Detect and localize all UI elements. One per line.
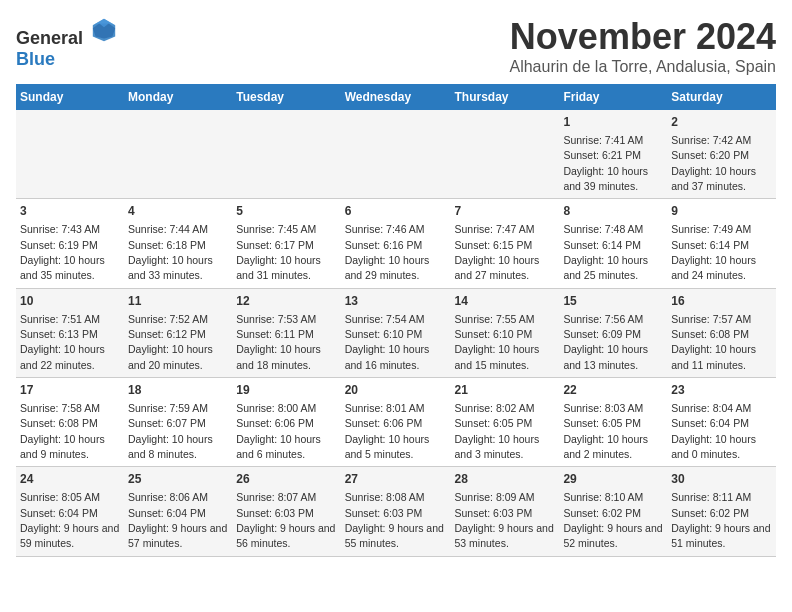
day-number: 27 bbox=[345, 471, 447, 488]
logo-general: General bbox=[16, 28, 83, 48]
col-header-thursday: Thursday bbox=[451, 84, 560, 110]
day-number: 14 bbox=[455, 293, 556, 310]
header: General Blue November 2024 Alhaurin de l… bbox=[16, 16, 776, 76]
day-cell bbox=[341, 110, 451, 199]
day-info: Sunrise: 7:46 AM Sunset: 6:16 PM Dayligh… bbox=[345, 223, 430, 281]
day-number: 7 bbox=[455, 203, 556, 220]
day-cell bbox=[451, 110, 560, 199]
logo-icon bbox=[90, 16, 118, 44]
day-info: Sunrise: 8:01 AM Sunset: 6:06 PM Dayligh… bbox=[345, 402, 430, 460]
day-number: 12 bbox=[236, 293, 336, 310]
day-number: 18 bbox=[128, 382, 228, 399]
day-info: Sunrise: 8:09 AM Sunset: 6:03 PM Dayligh… bbox=[455, 491, 554, 549]
day-cell: 16Sunrise: 7:57 AM Sunset: 6:08 PM Dayli… bbox=[667, 288, 776, 377]
day-cell: 13Sunrise: 7:54 AM Sunset: 6:10 PM Dayli… bbox=[341, 288, 451, 377]
day-info: Sunrise: 8:08 AM Sunset: 6:03 PM Dayligh… bbox=[345, 491, 444, 549]
day-number: 24 bbox=[20, 471, 120, 488]
day-cell: 4Sunrise: 7:44 AM Sunset: 6:18 PM Daylig… bbox=[124, 199, 232, 288]
location-title: Alhaurin de la Torre, Andalusia, Spain bbox=[509, 58, 776, 76]
day-cell: 28Sunrise: 8:09 AM Sunset: 6:03 PM Dayli… bbox=[451, 467, 560, 556]
col-header-tuesday: Tuesday bbox=[232, 84, 340, 110]
day-cell: 25Sunrise: 8:06 AM Sunset: 6:04 PM Dayli… bbox=[124, 467, 232, 556]
day-cell: 6Sunrise: 7:46 AM Sunset: 6:16 PM Daylig… bbox=[341, 199, 451, 288]
day-number: 23 bbox=[671, 382, 772, 399]
day-number: 29 bbox=[563, 471, 663, 488]
day-number: 1 bbox=[563, 114, 663, 131]
day-info: Sunrise: 8:03 AM Sunset: 6:05 PM Dayligh… bbox=[563, 402, 648, 460]
day-info: Sunrise: 8:05 AM Sunset: 6:04 PM Dayligh… bbox=[20, 491, 119, 549]
day-info: Sunrise: 8:10 AM Sunset: 6:02 PM Dayligh… bbox=[563, 491, 662, 549]
title-area: November 2024 Alhaurin de la Torre, Anda… bbox=[509, 16, 776, 76]
day-number: 16 bbox=[671, 293, 772, 310]
day-number: 10 bbox=[20, 293, 120, 310]
day-info: Sunrise: 7:48 AM Sunset: 6:14 PM Dayligh… bbox=[563, 223, 648, 281]
day-number: 6 bbox=[345, 203, 447, 220]
day-number: 13 bbox=[345, 293, 447, 310]
day-info: Sunrise: 7:47 AM Sunset: 6:15 PM Dayligh… bbox=[455, 223, 540, 281]
day-cell: 24Sunrise: 8:05 AM Sunset: 6:04 PM Dayli… bbox=[16, 467, 124, 556]
day-info: Sunrise: 7:58 AM Sunset: 6:08 PM Dayligh… bbox=[20, 402, 105, 460]
day-number: 9 bbox=[671, 203, 772, 220]
day-number: 2 bbox=[671, 114, 772, 131]
day-number: 21 bbox=[455, 382, 556, 399]
day-cell: 3Sunrise: 7:43 AM Sunset: 6:19 PM Daylig… bbox=[16, 199, 124, 288]
day-number: 25 bbox=[128, 471, 228, 488]
day-cell: 22Sunrise: 8:03 AM Sunset: 6:05 PM Dayli… bbox=[559, 378, 667, 467]
day-number: 5 bbox=[236, 203, 336, 220]
day-cell: 20Sunrise: 8:01 AM Sunset: 6:06 PM Dayli… bbox=[341, 378, 451, 467]
day-number: 20 bbox=[345, 382, 447, 399]
day-cell bbox=[16, 110, 124, 199]
day-info: Sunrise: 8:07 AM Sunset: 6:03 PM Dayligh… bbox=[236, 491, 335, 549]
week-row-2: 3Sunrise: 7:43 AM Sunset: 6:19 PM Daylig… bbox=[16, 199, 776, 288]
day-info: Sunrise: 7:49 AM Sunset: 6:14 PM Dayligh… bbox=[671, 223, 756, 281]
day-info: Sunrise: 7:59 AM Sunset: 6:07 PM Dayligh… bbox=[128, 402, 213, 460]
col-header-wednesday: Wednesday bbox=[341, 84, 451, 110]
day-number: 22 bbox=[563, 382, 663, 399]
day-cell bbox=[232, 110, 340, 199]
day-info: Sunrise: 7:43 AM Sunset: 6:19 PM Dayligh… bbox=[20, 223, 105, 281]
day-info: Sunrise: 7:45 AM Sunset: 6:17 PM Dayligh… bbox=[236, 223, 321, 281]
calendar-table: SundayMondayTuesdayWednesdayThursdayFrid… bbox=[16, 84, 776, 557]
day-cell bbox=[124, 110, 232, 199]
day-number: 15 bbox=[563, 293, 663, 310]
week-row-3: 10Sunrise: 7:51 AM Sunset: 6:13 PM Dayli… bbox=[16, 288, 776, 377]
day-number: 17 bbox=[20, 382, 120, 399]
day-info: Sunrise: 8:11 AM Sunset: 6:02 PM Dayligh… bbox=[671, 491, 770, 549]
col-header-saturday: Saturday bbox=[667, 84, 776, 110]
day-cell: 30Sunrise: 8:11 AM Sunset: 6:02 PM Dayli… bbox=[667, 467, 776, 556]
day-cell: 23Sunrise: 8:04 AM Sunset: 6:04 PM Dayli… bbox=[667, 378, 776, 467]
day-cell: 1Sunrise: 7:41 AM Sunset: 6:21 PM Daylig… bbox=[559, 110, 667, 199]
week-row-4: 17Sunrise: 7:58 AM Sunset: 6:08 PM Dayli… bbox=[16, 378, 776, 467]
logo-blue: Blue bbox=[16, 49, 55, 69]
day-info: Sunrise: 7:42 AM Sunset: 6:20 PM Dayligh… bbox=[671, 134, 756, 192]
week-row-1: 1Sunrise: 7:41 AM Sunset: 6:21 PM Daylig… bbox=[16, 110, 776, 199]
day-cell: 17Sunrise: 7:58 AM Sunset: 6:08 PM Dayli… bbox=[16, 378, 124, 467]
day-cell: 14Sunrise: 7:55 AM Sunset: 6:10 PM Dayli… bbox=[451, 288, 560, 377]
week-row-5: 24Sunrise: 8:05 AM Sunset: 6:04 PM Dayli… bbox=[16, 467, 776, 556]
day-number: 26 bbox=[236, 471, 336, 488]
day-number: 28 bbox=[455, 471, 556, 488]
day-info: Sunrise: 7:57 AM Sunset: 6:08 PM Dayligh… bbox=[671, 313, 756, 371]
day-info: Sunrise: 7:54 AM Sunset: 6:10 PM Dayligh… bbox=[345, 313, 430, 371]
day-cell: 9Sunrise: 7:49 AM Sunset: 6:14 PM Daylig… bbox=[667, 199, 776, 288]
day-info: Sunrise: 8:02 AM Sunset: 6:05 PM Dayligh… bbox=[455, 402, 540, 460]
col-header-monday: Monday bbox=[124, 84, 232, 110]
day-cell: 8Sunrise: 7:48 AM Sunset: 6:14 PM Daylig… bbox=[559, 199, 667, 288]
day-cell: 7Sunrise: 7:47 AM Sunset: 6:15 PM Daylig… bbox=[451, 199, 560, 288]
day-cell: 10Sunrise: 7:51 AM Sunset: 6:13 PM Dayli… bbox=[16, 288, 124, 377]
col-header-friday: Friday bbox=[559, 84, 667, 110]
col-header-sunday: Sunday bbox=[16, 84, 124, 110]
column-headers: SundayMondayTuesdayWednesdayThursdayFrid… bbox=[16, 84, 776, 110]
day-info: Sunrise: 7:55 AM Sunset: 6:10 PM Dayligh… bbox=[455, 313, 540, 371]
day-info: Sunrise: 8:06 AM Sunset: 6:04 PM Dayligh… bbox=[128, 491, 227, 549]
day-info: Sunrise: 8:04 AM Sunset: 6:04 PM Dayligh… bbox=[671, 402, 756, 460]
day-info: Sunrise: 7:41 AM Sunset: 6:21 PM Dayligh… bbox=[563, 134, 648, 192]
day-number: 4 bbox=[128, 203, 228, 220]
day-info: Sunrise: 8:00 AM Sunset: 6:06 PM Dayligh… bbox=[236, 402, 321, 460]
day-cell: 27Sunrise: 8:08 AM Sunset: 6:03 PM Dayli… bbox=[341, 467, 451, 556]
day-cell: 15Sunrise: 7:56 AM Sunset: 6:09 PM Dayli… bbox=[559, 288, 667, 377]
day-number: 3 bbox=[20, 203, 120, 220]
day-cell: 2Sunrise: 7:42 AM Sunset: 6:20 PM Daylig… bbox=[667, 110, 776, 199]
day-cell: 21Sunrise: 8:02 AM Sunset: 6:05 PM Dayli… bbox=[451, 378, 560, 467]
day-cell: 19Sunrise: 8:00 AM Sunset: 6:06 PM Dayli… bbox=[232, 378, 340, 467]
